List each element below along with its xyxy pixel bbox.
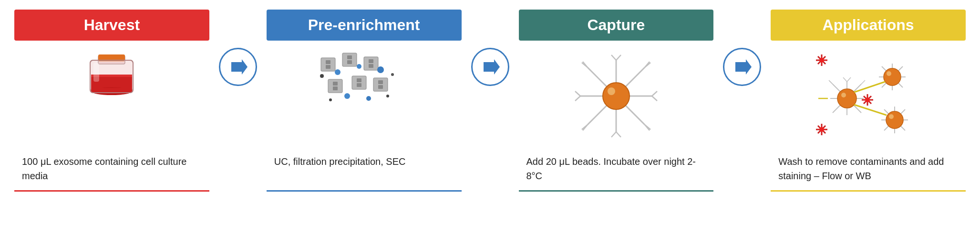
workflow-container: Harvest bbox=[0, 0, 980, 248]
svg-rect-14 bbox=[347, 55, 352, 59]
svg-point-98 bbox=[886, 111, 903, 129]
svg-point-33 bbox=[320, 74, 324, 78]
svg-rect-20 bbox=[333, 82, 338, 86]
preenrichment-image bbox=[302, 48, 426, 144]
arrow-2-container bbox=[462, 10, 519, 86]
svg-point-34 bbox=[386, 95, 389, 97]
svg-line-75 bbox=[861, 80, 865, 84]
svg-point-62 bbox=[603, 83, 629, 109]
svg-rect-17 bbox=[369, 59, 373, 63]
svg-line-57 bbox=[616, 132, 621, 137]
svg-rect-19 bbox=[328, 79, 342, 93]
svg-point-29 bbox=[357, 64, 361, 69]
svg-point-88 bbox=[884, 68, 901, 86]
svg-rect-25 bbox=[373, 78, 388, 91]
svg-rect-24 bbox=[357, 83, 361, 87]
stage-applications: Applications bbox=[771, 10, 966, 192]
applications-desc: Wash to remove contaminants and add stai… bbox=[771, 149, 966, 192]
svg-line-74 bbox=[829, 81, 833, 84]
svg-point-30 bbox=[377, 66, 384, 73]
harvest-header: Harvest bbox=[14, 10, 209, 41]
svg-line-56 bbox=[611, 132, 616, 137]
svg-line-59 bbox=[575, 96, 580, 101]
applications-image bbox=[806, 48, 930, 144]
svg-point-31 bbox=[344, 93, 350, 99]
applications-header: Applications bbox=[771, 10, 966, 41]
svg-rect-27 bbox=[378, 85, 383, 89]
svg-line-55 bbox=[616, 55, 621, 60]
flask-icon bbox=[64, 51, 159, 141]
stage-preenrichment: Pre-enrichment bbox=[267, 10, 462, 192]
svg-line-60 bbox=[652, 91, 657, 96]
applications-title: Applications bbox=[823, 16, 914, 33]
arrow-right-icon bbox=[227, 56, 248, 77]
svg-rect-21 bbox=[333, 86, 338, 90]
svg-rect-5 bbox=[91, 88, 132, 93]
svg-line-61 bbox=[652, 96, 657, 101]
svg-rect-26 bbox=[378, 80, 383, 84]
svg-marker-64 bbox=[735, 59, 752, 75]
arrow-3-icon bbox=[723, 48, 761, 86]
svg-point-114 bbox=[865, 97, 870, 102]
capture-image bbox=[554, 48, 678, 144]
svg-point-89 bbox=[887, 71, 891, 76]
svg-rect-22 bbox=[352, 76, 366, 89]
arrow-1-icon bbox=[219, 48, 257, 86]
svg-line-76 bbox=[843, 77, 847, 82]
svg-rect-13 bbox=[342, 53, 357, 66]
preenrichment-header: Pre-enrichment bbox=[267, 10, 462, 41]
svg-line-58 bbox=[575, 91, 580, 96]
arrow-1-container bbox=[209, 10, 267, 86]
harvest-title: Harvest bbox=[84, 16, 140, 33]
svg-rect-11 bbox=[326, 60, 330, 64]
preenrichment-desc: UC, filtration precipitation, SEC bbox=[267, 149, 462, 192]
svg-point-104 bbox=[819, 58, 824, 63]
stage-capture: Capture bbox=[519, 10, 714, 192]
arrow-right-3-icon bbox=[732, 56, 753, 77]
arrow-3-container bbox=[713, 10, 771, 86]
preenrichment-title: Pre-enrichment bbox=[308, 16, 420, 33]
svg-line-77 bbox=[847, 77, 851, 82]
svg-point-28 bbox=[335, 69, 340, 75]
svg-marker-37 bbox=[484, 59, 500, 75]
svg-line-54 bbox=[611, 55, 616, 60]
svg-rect-16 bbox=[364, 57, 378, 70]
capture-desc: Add 20 μL beads. Incubate over night 2-8… bbox=[519, 149, 714, 192]
arrow-right-2-icon bbox=[480, 56, 501, 77]
svg-point-99 bbox=[889, 114, 894, 119]
svg-point-109 bbox=[819, 127, 824, 132]
svg-rect-7 bbox=[93, 63, 99, 82]
svg-point-36 bbox=[391, 73, 394, 76]
capture-title: Capture bbox=[587, 16, 645, 33]
svg-point-78 bbox=[837, 89, 856, 108]
harvest-desc: 100 μL exosome containing cell culture m… bbox=[14, 149, 209, 192]
stage-harvest: Harvest bbox=[14, 10, 209, 192]
particles-icon bbox=[311, 48, 416, 144]
bead-icon bbox=[568, 48, 664, 144]
harvest-image bbox=[50, 48, 174, 144]
arrow-2-icon bbox=[471, 48, 509, 86]
svg-point-63 bbox=[608, 87, 615, 95]
svg-marker-9 bbox=[231, 59, 248, 75]
svg-point-32 bbox=[366, 96, 371, 101]
svg-rect-23 bbox=[357, 78, 361, 82]
svg-rect-15 bbox=[347, 60, 352, 64]
applications-icon bbox=[811, 48, 926, 144]
svg-rect-10 bbox=[321, 58, 335, 71]
svg-point-79 bbox=[841, 93, 846, 97]
svg-rect-12 bbox=[326, 65, 330, 69]
capture-header: Capture bbox=[519, 10, 714, 41]
svg-rect-18 bbox=[369, 64, 373, 68]
svg-point-35 bbox=[329, 98, 332, 101]
